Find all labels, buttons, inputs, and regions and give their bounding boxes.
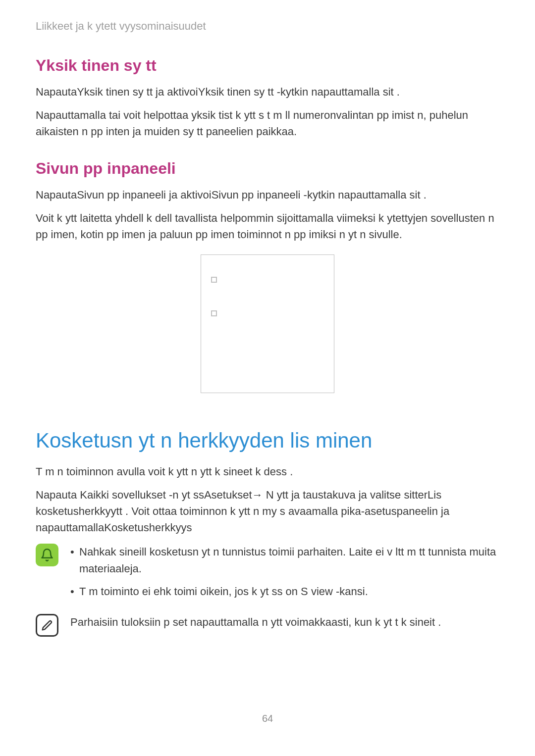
bullet-dot-icon: •	[70, 583, 73, 600]
note-block-bell: • Nahkak sineill kosketusn yt n tunnistu…	[36, 544, 499, 606]
para-main-2: Napauta Kaikki sovellukset -n yt ssAsetu…	[36, 487, 499, 536]
memo-text: Parhaisiin tuloksiin p set napauttamalla…	[70, 614, 499, 631]
list-item: • T m toiminto ei ehk toimi oikein, jos …	[70, 583, 499, 600]
heading-sivun-painpaneeli: Sivun pp inpaneeli	[36, 159, 499, 178]
breadcrumb: Liikkeet ja k ytett vyysominaisuudet	[36, 20, 499, 33]
para-yks-2: Napauttamalla tai voit helpottaa yksik t…	[36, 107, 499, 140]
note-body: • Nahkak sineill kosketusn yt n tunnistu…	[70, 544, 499, 606]
illustration-placeholder	[201, 254, 334, 393]
bell-icon	[36, 544, 58, 566]
bullet-text: T m toiminto ei ehk toimi oikein, jos k …	[79, 583, 499, 600]
list-item: • Nahkak sineill kosketusn yt n tunnistu…	[70, 544, 499, 577]
placeholder-square-icon	[211, 310, 217, 316]
bullet-dot-icon: •	[70, 544, 73, 577]
heading-kosketusnayton-herkkyys: Kosketusn yt n herkkyyden lis minen	[36, 429, 499, 453]
para-sivu-2: Voit k ytt laitetta yhdell k dell tavall…	[36, 210, 499, 243]
placeholder-square-icon	[211, 277, 217, 283]
page-number: 64	[0, 713, 535, 724]
memo-icon	[36, 614, 58, 637]
note-block-memo: Parhaisiin tuloksiin p set napauttamalla…	[36, 614, 499, 637]
bullet-text: Nahkak sineill kosketusn yt n tunnistus …	[79, 544, 499, 577]
para-yks-1: NapautaYksik tinen sy tt ja aktivoiYksik…	[36, 84, 499, 100]
para-main-1: T m n toiminnon avulla voit k ytt n ytt …	[36, 463, 499, 480]
para-sivu-1: NapautaSivun pp inpaneeli ja aktivoiSivu…	[36, 187, 499, 203]
heading-yksikainen-syott: Yksik tinen sy tt	[36, 56, 499, 75]
